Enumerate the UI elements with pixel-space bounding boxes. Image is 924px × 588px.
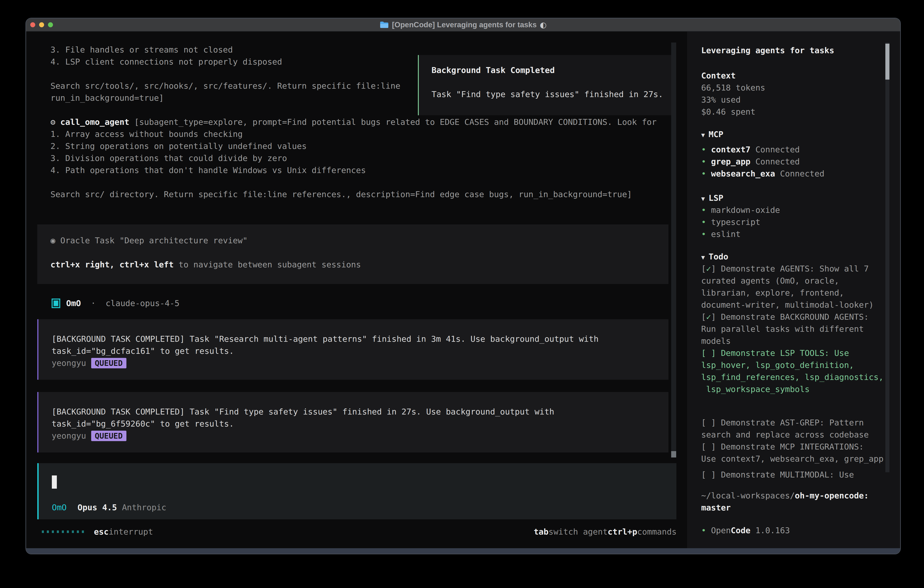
window-title: [OpenCode] Leveraging agents for tasks ◐	[380, 20, 546, 29]
activity-dot	[72, 530, 74, 533]
message-user: yeongyu	[52, 357, 86, 369]
status-badge: QUEUED	[91, 431, 126, 441]
input-model-label: Opus 4.5	[78, 503, 117, 512]
zoom-window-button[interactable]	[48, 22, 53, 27]
activity-dot	[82, 530, 84, 533]
sidebar: Leveraging agents for tasks Context66,51…	[687, 31, 901, 548]
text-cursor	[52, 476, 57, 489]
session-header: OmO · claude-opus-4-5	[52, 297, 180, 309]
app-window: [OpenCode] Leveraging agents for tasks ◐…	[25, 18, 901, 554]
lsp-items: • markdown-oxide• typescript• eslint	[701, 204, 780, 240]
sidebar-title: Leveraging agents for tasks	[701, 45, 834, 56]
message-user: yeongyu	[52, 430, 86, 442]
message-background-task-1: [BACKGROUND TASK COMPLETED] Task "Resear…	[37, 319, 668, 380]
context-section: Context66,518 tokens33% used$0.46 spent	[701, 69, 765, 118]
activity-dot	[62, 530, 64, 533]
screen: { "window": { "title": "[OpenCode] Lever…	[0, 0, 924, 588]
session-title: Leveraging agents for tasks	[701, 46, 834, 55]
todo-list-2: [ ] Demonstrate AST-GREP: Patternsearch …	[701, 416, 884, 465]
activity-dot	[42, 530, 44, 533]
title-bar: [OpenCode] Leveraging agents for tasks ◐	[26, 18, 900, 31]
status-bar: esc interrupt tab switch agent ctrl+p co…	[42, 526, 676, 538]
session-indicator-icon: ◐	[540, 20, 546, 29]
ctrlp-key-hint: ctrl+p	[608, 527, 637, 537]
message-footer: yeongyu QUEUED	[52, 357, 668, 369]
status-badge: QUEUED	[91, 358, 126, 368]
prompt-input[interactable]: OmO Opus 4.5 Anthropic	[37, 463, 676, 519]
activity-dot	[52, 530, 54, 533]
status-bar-right: tab switch agent ctrl+p commands	[534, 527, 676, 537]
sidebar-scrollbar-thumb[interactable]	[885, 44, 889, 79]
window-body: 3. File handles or streams not closed4. …	[26, 31, 900, 554]
background-task-toast: Background Task Completed Task "Find typ…	[418, 55, 675, 115]
activity-dot	[57, 530, 59, 533]
mcp-section-header[interactable]: ▼ MCP	[701, 128, 723, 140]
activity-dots	[42, 530, 84, 533]
minimize-window-button[interactable]	[39, 22, 44, 27]
sidebar-scrollbar[interactable]	[885, 43, 889, 472]
mcp-items: • context7 Connected• grep_app Connected…	[701, 144, 824, 180]
input-agent-label: OmO	[52, 503, 67, 512]
activity-dot	[47, 530, 49, 533]
ctrlp-key-label: commands	[637, 527, 676, 537]
traffic-lights	[30, 22, 53, 27]
window-bottom-edge	[26, 548, 900, 554]
model-row: OmO Opus 4.5 Anthropic	[52, 503, 167, 512]
lsp-section-header[interactable]: ▼ LSP	[701, 192, 723, 204]
agent-name: OmO	[66, 299, 81, 308]
app-version: • OpenCode 1.0.163	[701, 524, 790, 537]
workspace-path: ~/local-workspaces/oh-my-opencode:master	[701, 489, 869, 514]
main-scrollbar-thumb[interactable]	[671, 451, 676, 458]
oracle-task-panel: ◉ Oracle Task "Deep architecture review"…	[37, 225, 668, 284]
message-text: [BACKGROUND TASK COMPLETED] Task "Find t…	[52, 406, 668, 430]
tab-key-label: switch agent	[548, 527, 607, 537]
activity-dot	[67, 530, 69, 533]
todo-section-header[interactable]: ▼ Todo	[701, 251, 728, 263]
message-footer: yeongyu QUEUED	[52, 430, 668, 442]
message-background-task-2: [BACKGROUND TASK COMPLETED] Task "Find t…	[37, 392, 668, 453]
activity-dot	[77, 530, 79, 533]
tab-key-hint: tab	[534, 527, 548, 537]
model-name: claude-opus-4-5	[106, 299, 179, 308]
todo-list-1: [✓] Demonstrate AGENTS: Show all 7curate…	[701, 263, 884, 395]
input-provider-label: Anthropic	[122, 503, 166, 512]
close-window-button[interactable]	[30, 22, 35, 27]
main-scrollbar[interactable]	[671, 43, 676, 458]
message-text: [BACKGROUND TASK COMPLETED] Task "Resear…	[52, 333, 668, 357]
folder-icon	[380, 21, 389, 28]
todo-list-3: [ ] Demonstrate MULTIMODAL: Use	[701, 469, 854, 481]
agent-icon	[52, 299, 60, 308]
esc-key-hint: esc	[94, 527, 109, 537]
window-title-text: [OpenCode] Leveraging agents for tasks	[392, 20, 536, 29]
esc-key-label: interrupt	[109, 527, 153, 537]
